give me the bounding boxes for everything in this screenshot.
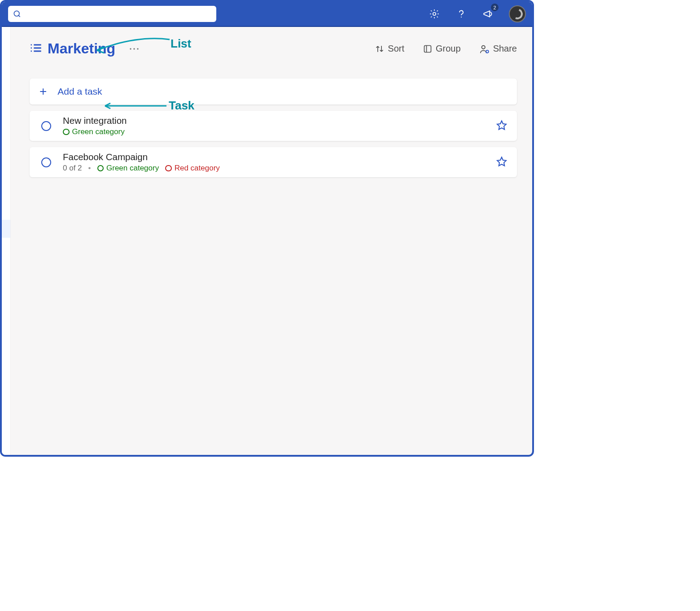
task-meta: 0 of 2•Green categoryRed category (63, 164, 485, 173)
share-label: Share (493, 44, 517, 54)
task-meta: Green category (63, 127, 485, 136)
sort-icon (375, 44, 384, 53)
add-task-input[interactable]: + Add a task (30, 79, 517, 105)
top-actions: 2 (428, 5, 526, 22)
task-body: Facebook Campaign 0 of 2•Green categoryR… (63, 152, 485, 173)
task-checkbox[interactable] (41, 121, 51, 131)
svg-point-11 (130, 48, 131, 49)
svg-line-1 (18, 15, 20, 17)
avatar[interactable] (509, 5, 526, 22)
category-label: Red category (175, 164, 220, 173)
svg-point-0 (14, 11, 19, 16)
group-button[interactable]: Group (423, 44, 461, 54)
svg-point-10 (31, 50, 32, 52)
svg-point-16 (481, 45, 485, 48)
task-star-button[interactable] (496, 120, 507, 132)
category-tag-green: Green category (97, 164, 159, 173)
svg-marker-18 (497, 121, 506, 129)
task-row[interactable]: New integration Green category (30, 111, 517, 141)
list-icon (30, 42, 42, 56)
svg-point-9 (31, 47, 32, 48)
star-icon (496, 120, 507, 131)
search-box[interactable] (8, 6, 216, 22)
announcements-button[interactable]: 2 (482, 8, 494, 20)
help-icon (456, 9, 467, 19)
left-gutter-selection (2, 220, 10, 238)
task-title: New integration (63, 115, 485, 126)
list-more-button[interactable] (129, 47, 140, 51)
svg-marker-19 (497, 157, 506, 166)
task-body: New integration Green category (63, 115, 485, 136)
share-button[interactable]: Share (480, 44, 517, 54)
notification-badge: 2 (491, 4, 499, 11)
main-content: List Task (11, 27, 532, 455)
search-input[interactable] (25, 10, 212, 18)
sort-label: Sort (388, 44, 404, 54)
svg-point-13 (137, 48, 138, 49)
left-gutter (2, 27, 11, 455)
task-title: Facebook Campaign (63, 152, 485, 162)
category-ring-icon (165, 165, 172, 172)
task-row[interactable]: Facebook Campaign 0 of 2•Green categoryR… (30, 147, 517, 177)
svg-point-12 (133, 48, 135, 49)
share-icon (480, 44, 490, 54)
separator-dot: • (88, 164, 91, 173)
task-star-button[interactable] (496, 156, 507, 169)
category-label: Green category (72, 127, 125, 136)
task-subcount: 0 of 2 (63, 164, 82, 173)
svg-point-2 (433, 13, 436, 15)
category-ring-icon (63, 129, 70, 135)
plus-icon: + (39, 85, 47, 98)
svg-point-8 (31, 44, 32, 45)
category-label: Green category (106, 164, 159, 173)
app-window: 2 List Task (0, 0, 534, 457)
top-bar: 2 (2, 2, 532, 27)
list-title[interactable]: Marketing (48, 40, 115, 57)
list-header: Marketing Sort Group Share (30, 40, 517, 57)
category-tag-red: Red category (165, 164, 220, 173)
help-button[interactable] (455, 8, 468, 20)
star-icon (496, 156, 507, 167)
sort-button[interactable]: Sort (375, 44, 404, 54)
gear-icon (429, 9, 440, 19)
add-task-label: Add a task (57, 86, 102, 97)
group-icon (423, 44, 432, 53)
search-icon (13, 9, 22, 18)
task-checkbox[interactable] (41, 157, 51, 167)
category-ring-icon (97, 165, 104, 172)
group-label: Group (436, 44, 461, 54)
ellipsis-icon (129, 47, 140, 51)
settings-button[interactable] (428, 8, 441, 20)
svg-point-3 (461, 17, 462, 17)
svg-rect-14 (424, 45, 431, 52)
category-tag-green: Green category (63, 127, 125, 136)
